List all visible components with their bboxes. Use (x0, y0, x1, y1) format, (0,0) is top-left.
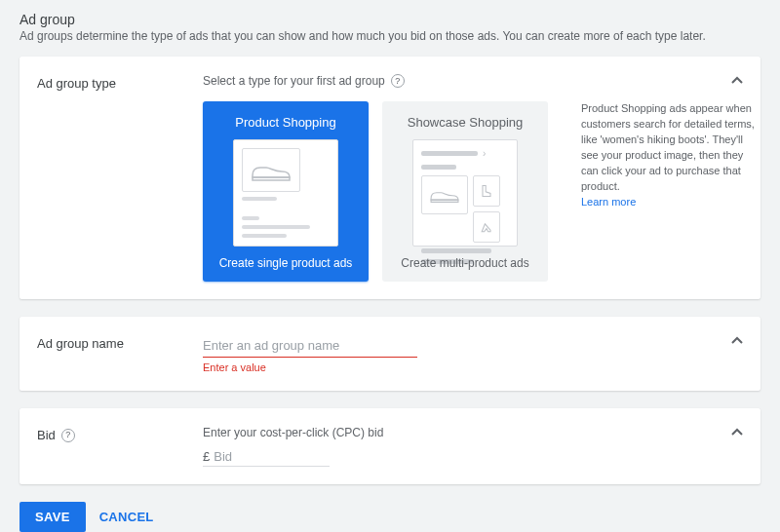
ad-group-name-input[interactable] (203, 334, 417, 358)
option-product-shopping[interactable]: Product Shopping (203, 101, 369, 282)
shoe-icon (425, 184, 464, 206)
card-bid: Bid ? Enter your cost-per-click (CPC) bi… (20, 408, 760, 484)
boot-icon (473, 175, 500, 207)
shoe-icon (249, 156, 293, 185)
action-bar: SAVE CANCEL (20, 502, 760, 532)
instruction-ad-group-type: Select a type for your first ad group ? (203, 74, 757, 88)
bid-instruction: Enter your cost-per-click (CPC) bid (203, 426, 743, 439)
chevron-up-icon (730, 73, 744, 87)
card-ad-group-name: Ad group name Enter a value (20, 317, 760, 391)
collapse-toggle-adgroupname[interactable] (727, 330, 747, 350)
heel-icon (473, 211, 500, 243)
cancel-button[interactable]: CANCEL (99, 510, 154, 524)
page-title: Ad group (20, 12, 760, 27)
preview-product-shopping (233, 139, 338, 247)
info-panel: Product Shopping ads appear when custome… (581, 101, 757, 282)
option-showcase-shopping[interactable]: Showcase Shopping › (382, 101, 548, 282)
save-button[interactable]: SAVE (20, 502, 86, 532)
page-subtitle: Ad groups determine the type of ads that… (20, 29, 760, 43)
label-ad-group-name: Ad group name (37, 334, 203, 351)
help-icon[interactable]: ? (391, 74, 405, 88)
preview-showcase-shopping: › (412, 139, 518, 247)
learn-more-link[interactable]: Learn more (581, 196, 636, 208)
chevron-up-icon (730, 333, 744, 347)
collapse-toggle-adgrouptype[interactable] (727, 70, 747, 90)
bid-input[interactable] (214, 449, 301, 464)
currency-symbol: £ (203, 449, 210, 464)
help-icon[interactable]: ? (61, 429, 75, 442)
collapse-toggle-bid[interactable] (727, 422, 747, 441)
label-bid: Bid ? (37, 426, 203, 442)
card-ad-group-type: Ad group type Select a type for your fir… (20, 57, 760, 299)
chevron-up-icon (730, 425, 744, 438)
label-ad-group-type: Ad group type (37, 74, 203, 91)
ad-group-name-error: Enter a value (203, 361, 743, 373)
